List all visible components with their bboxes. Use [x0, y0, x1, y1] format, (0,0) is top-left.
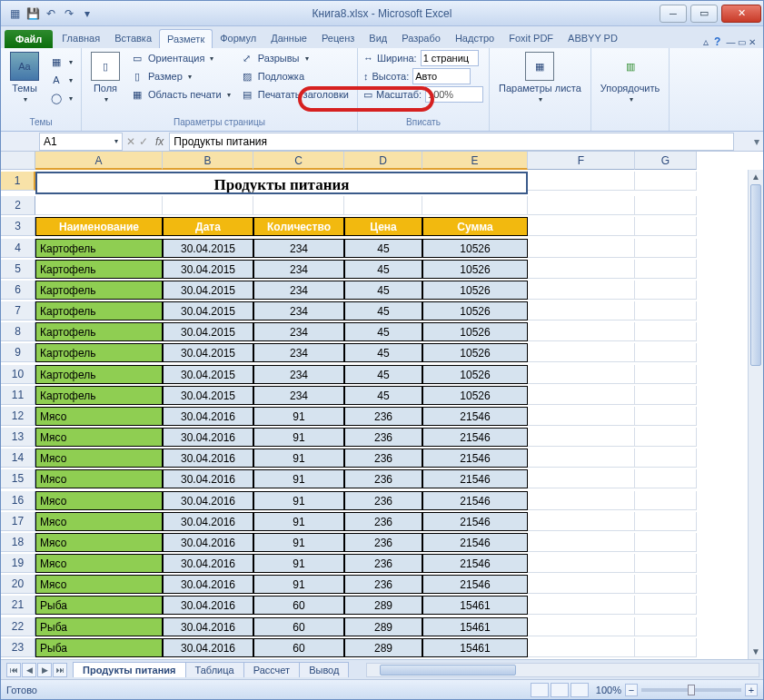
cell-G15[interactable]	[635, 469, 697, 488]
zoom-level[interactable]: 100%	[596, 685, 621, 695]
cell-price-23[interactable]: 289	[344, 638, 422, 657]
cell-F16[interactable]	[528, 491, 635, 510]
redo-button[interactable]: ↷	[61, 5, 77, 22]
cell-F13[interactable]	[528, 428, 635, 447]
col-header-C[interactable]: C	[253, 152, 344, 170]
row-header-23[interactable]: 23	[1, 638, 35, 657]
cell-G16[interactable]	[635, 491, 697, 510]
cell-name-16[interactable]: Мясо	[35, 491, 163, 510]
cell-name-9[interactable]: Картофель	[35, 343, 163, 362]
cell-F10[interactable]	[528, 365, 635, 384]
scroll-thumb[interactable]	[750, 184, 761, 366]
cell-G22[interactable]	[635, 617, 697, 636]
vertical-scrollbar[interactable]: ▲ ▼	[748, 170, 763, 659]
scroll-up-icon[interactable]: ▲	[749, 170, 763, 184]
scroll-down-icon[interactable]: ▼	[749, 645, 763, 659]
cell-price-4[interactable]: 45	[344, 239, 422, 258]
cell-qty-16[interactable]: 91	[253, 491, 344, 510]
width-input[interactable]	[421, 50, 479, 66]
cell-date-10[interactable]: 30.04.2015	[163, 365, 253, 384]
arrange-button[interactable]: ▥ Упорядочить▾	[597, 50, 663, 105]
cell-F20[interactable]	[528, 575, 635, 594]
cell-r2-0[interactable]	[35, 196, 163, 215]
cell-F9[interactable]	[528, 343, 635, 362]
cell-date-18[interactable]: 30.04.2016	[163, 533, 253, 552]
cell-G19[interactable]	[635, 554, 697, 573]
cell-G11[interactable]	[635, 386, 697, 405]
title-cell[interactable]: Продукты питания	[35, 172, 528, 194]
cell-F21[interactable]	[528, 596, 635, 615]
cell-G3[interactable]	[635, 217, 697, 236]
row-header-16[interactable]: 16	[1, 491, 35, 510]
breaks-button[interactable]: ⤢Разрывы▾	[237, 50, 352, 66]
sheet-options-button[interactable]: ▦ Параметры листа▾	[495, 50, 585, 105]
cell-sum-22[interactable]: 15461	[422, 617, 528, 636]
cell-qty-14[interactable]: 91	[253, 449, 344, 468]
cell-price-13[interactable]: 236	[344, 428, 422, 447]
tab-вставка[interactable]: Вставка	[107, 29, 159, 48]
cell-date-14[interactable]: 30.04.2016	[163, 449, 253, 468]
cell-F12[interactable]	[528, 407, 635, 426]
view-pagebreak[interactable]	[571, 683, 589, 697]
col-header-B[interactable]: B	[163, 152, 253, 170]
cell-qty-17[interactable]: 91	[253, 512, 344, 531]
col-header-D[interactable]: D	[344, 152, 422, 170]
row-header-13[interactable]: 13	[1, 428, 35, 447]
cell-price-16[interactable]: 236	[344, 491, 422, 510]
cell-sum-9[interactable]: 10526	[422, 343, 528, 362]
cell-sum-17[interactable]: 21546	[422, 512, 528, 531]
cell-sum-21[interactable]: 15461	[422, 596, 528, 615]
cell-date-19[interactable]: 30.04.2016	[163, 554, 253, 573]
row-header-12[interactable]: 12	[1, 407, 35, 426]
cell-price-12[interactable]: 236	[344, 407, 422, 426]
cell-F19[interactable]	[528, 554, 635, 573]
cancel-icon[interactable]: ✕	[124, 135, 137, 148]
cell-F15[interactable]	[528, 469, 635, 488]
save-button[interactable]: 💾	[25, 5, 41, 22]
background-button[interactable]: ▨Подложка	[237, 68, 352, 84]
row-header-2[interactable]: 2	[1, 196, 35, 215]
cell-name-10[interactable]: Картофель	[35, 365, 163, 384]
cell-G6[interactable]	[635, 281, 697, 300]
row-header-4[interactable]: 4	[1, 239, 35, 258]
cell-sum-14[interactable]: 21546	[422, 449, 528, 468]
cell-qty-10[interactable]: 234	[253, 365, 344, 384]
cell-price-18[interactable]: 236	[344, 533, 422, 552]
cell-name-15[interactable]: Мясо	[35, 469, 163, 488]
row-header-22[interactable]: 22	[1, 617, 35, 636]
theme-colors[interactable]: ▦▾	[46, 54, 75, 70]
cell-G12[interactable]	[635, 407, 697, 426]
cell-qty-19[interactable]: 91	[253, 554, 344, 573]
cell-date-6[interactable]: 30.04.2015	[163, 281, 253, 300]
tab-foxit pdf[interactable]: Foxit PDF	[501, 29, 561, 48]
row-header-9[interactable]: 9	[1, 343, 35, 362]
cell-date-17[interactable]: 30.04.2016	[163, 512, 253, 531]
col-header-F[interactable]: F	[528, 152, 635, 170]
cell-r2-6[interactable]	[635, 196, 697, 215]
cell-sum-23[interactable]: 15461	[422, 638, 528, 657]
help-icon[interactable]: ?	[714, 35, 720, 48]
theme-fonts[interactable]: A▾	[46, 72, 75, 88]
cell-F11[interactable]	[528, 386, 635, 405]
sheet-nav-next[interactable]: ▶	[37, 663, 52, 677]
cell-price-9[interactable]: 45	[344, 343, 422, 362]
cell-qty-15[interactable]: 91	[253, 469, 344, 488]
row-header-5[interactable]: 5	[1, 260, 35, 279]
cell-sum-11[interactable]: 10526	[422, 386, 528, 405]
horizontal-scrollbar[interactable]	[366, 663, 759, 677]
cell-sum-12[interactable]: 21546	[422, 407, 528, 426]
cell-F22[interactable]	[528, 617, 635, 636]
tab-реценз[interactable]: Реценз	[314, 29, 362, 48]
cell-r2-3[interactable]	[344, 196, 422, 215]
row-header-14[interactable]: 14	[1, 449, 35, 468]
zoom-out[interactable]: −	[625, 684, 638, 696]
cell-name-5[interactable]: Картофель	[35, 260, 163, 279]
cell-name-20[interactable]: Мясо	[35, 575, 163, 594]
cell-qty-22[interactable]: 60	[253, 617, 344, 636]
cell-date-8[interactable]: 30.04.2015	[163, 322, 253, 341]
cell-r2-1[interactable]	[163, 196, 253, 215]
row-header-10[interactable]: 10	[1, 365, 35, 384]
row-header-15[interactable]: 15	[1, 469, 35, 488]
cell-name-8[interactable]: Картофель	[35, 322, 163, 341]
cell-sum-6[interactable]: 10526	[422, 281, 528, 300]
